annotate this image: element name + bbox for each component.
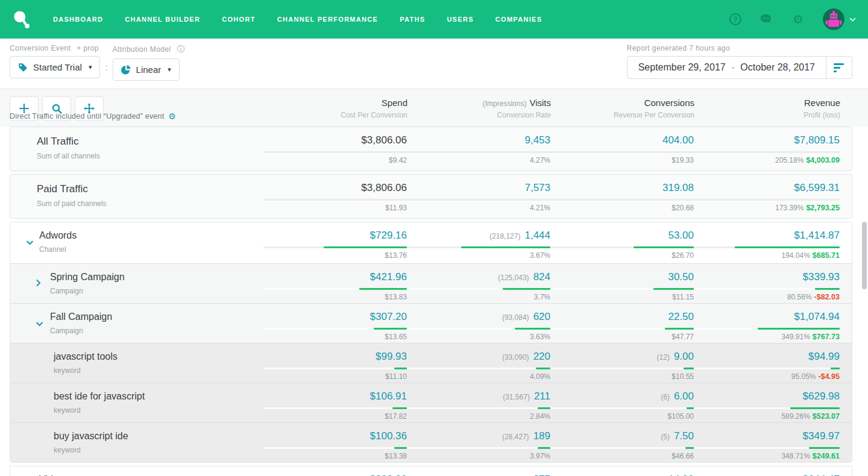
- metric-spend-value[interactable]: $3,806.06: [361, 134, 407, 146]
- metric-revenue-bar-fill: [790, 407, 840, 409]
- metric-visits-main: 9,453: [407, 134, 550, 149]
- attribution-model-dropdown[interactable]: Linear ▾: [113, 58, 180, 81]
- metric-spend-value[interactable]: $100.36: [370, 430, 407, 442]
- footnote-gear-icon[interactable]: ⚙: [168, 111, 176, 121]
- column-header-spend[interactable]: SpendCost Per Conversion: [264, 96, 407, 119]
- table-row[interactable]: Fall CampaignCampaign$307.20$13.65(93,08…: [10, 303, 852, 343]
- table-row[interactable]: VideoChannel$299.9037514.00$644.47: [10, 466, 852, 476]
- metric-spend-value[interactable]: $106.91: [370, 390, 407, 402]
- table-row[interactable]: buy javascript idekeyword$100.36$13.38(2…: [10, 422, 852, 462]
- table-row[interactable]: All TrafficSum of all channels$3,806.06$…: [10, 127, 852, 171]
- metric-revenue-percent: 348.71%: [781, 452, 810, 460]
- chevron-down-icon[interactable]: [849, 17, 856, 22]
- nav-item-companies[interactable]: COMPANIES: [495, 16, 542, 23]
- table-row[interactable]: Spring CampaignCampaign$421.96$13.83(125…: [10, 263, 852, 303]
- metric-visits-value[interactable]: 7,573: [524, 182, 550, 193]
- metric-visits-bar-fill: [538, 407, 550, 409]
- metric-spend-value[interactable]: $3,806.06: [361, 182, 407, 193]
- column-header-conversions[interactable]: ConversionsRevenue Per Conversion: [551, 96, 694, 119]
- table-row[interactable]: Paid TrafficSum of paid channels$3,806.0…: [10, 175, 852, 218]
- chevron-down-icon[interactable]: [26, 237, 34, 248]
- metric-spend-value[interactable]: $729.16: [370, 230, 407, 241]
- metric-revenue-profit: $4,003.09: [806, 156, 840, 164]
- scrollbar-thumb[interactable]: [862, 222, 867, 289]
- chevron-down-icon[interactable]: [36, 318, 43, 329]
- metric-visits-value[interactable]: 824: [533, 271, 550, 283]
- metric-spend-value[interactable]: $99.93: [376, 351, 407, 362]
- column-header-main: Revenue: [694, 98, 840, 108]
- metric-conversions-value[interactable]: 30.50: [668, 271, 694, 283]
- metric-spend-value[interactable]: $421.96: [370, 271, 407, 283]
- nav-item-users[interactable]: USERS: [447, 16, 473, 23]
- row-subtitle: Campaign: [50, 287, 263, 295]
- metric-revenue-value[interactable]: $1,414.87: [794, 230, 840, 241]
- metric-revenue-value[interactable]: $7,809.15: [794, 134, 840, 146]
- metric-conversions-prefix: (12): [657, 353, 670, 362]
- nav-item-channel-builder[interactable]: CHANNEL BUILDER: [125, 16, 200, 23]
- settings-icon[interactable]: ⚙: [791, 13, 805, 26]
- date-range-group: Report generated 7 hours ago September 2…: [627, 44, 852, 79]
- metric-revenue-value[interactable]: $339.93: [803, 271, 840, 283]
- metric-spend-sub: $13.65: [263, 333, 407, 341]
- conversion-event-dropdown[interactable]: Started Trial ▾: [10, 56, 100, 78]
- column-header-visits[interactable]: (Impressions)VisitsConversion Rate: [407, 96, 551, 119]
- table-row[interactable]: AdwordsChannel$729.16$13.76(218,127)1,44…: [10, 222, 852, 263]
- metric-revenue-value[interactable]: $6,599.31: [794, 182, 840, 193]
- metric-visits-value[interactable]: 375: [533, 474, 550, 476]
- info-icon[interactable]: ⓘ: [177, 44, 184, 55]
- metric-conversions-sub: $46.66: [550, 452, 694, 460]
- metric-conversions-value[interactable]: 319.08: [662, 182, 694, 193]
- metric-revenue-value[interactable]: $629.98: [803, 390, 840, 402]
- metric-conversions-value[interactable]: 9.00: [674, 351, 694, 362]
- chevron-right-icon[interactable]: [36, 278, 41, 289]
- add-prop-link[interactable]: + prop: [77, 44, 99, 52]
- table-row[interactable]: javascript toolskeyword$99.93$11.10(33,0…: [10, 343, 852, 383]
- metric-spend-bar-fill: [394, 447, 407, 449]
- logo-drop-large: [14, 11, 27, 25]
- metric-spend-bar: [263, 151, 407, 153]
- metric-revenue: $94.9995.05%-$4.95: [694, 343, 840, 383]
- filter-icon[interactable]: [826, 63, 852, 72]
- nav-item-paths[interactable]: PATHS: [400, 16, 425, 23]
- date-range-text[interactable]: September 29, 2017 - October 28, 2017: [627, 62, 826, 73]
- nav-item-channel-performance[interactable]: CHANNEL PERFORMANCE: [277, 16, 379, 23]
- metric-conversions-value[interactable]: 14.00: [668, 474, 694, 476]
- chat-icon[interactable]: [760, 13, 773, 26]
- avatar[interactable]: [823, 8, 844, 30]
- metric-visits-prefix: (218,127): [489, 232, 520, 240]
- metric-conversions-value[interactable]: 53.00: [668, 230, 694, 241]
- user-menu[interactable]: [823, 8, 856, 30]
- metric-visits-value[interactable]: 189: [533, 430, 550, 442]
- nav-item-cohort[interactable]: COHORT: [222, 16, 255, 23]
- row-subtitle: keyword: [54, 406, 263, 415]
- metric-visits-value[interactable]: 1,444: [524, 230, 550, 241]
- metric-conversions-value[interactable]: 6.00: [674, 390, 694, 402]
- attribution-model-label-text: Attribution Model: [113, 45, 171, 54]
- metric-conversions-sub: $105.00: [550, 412, 694, 421]
- metric-revenue-value[interactable]: $1,074.94: [794, 311, 840, 322]
- metric-revenue-value[interactable]: $94.99: [808, 351, 840, 362]
- metric-visits-value[interactable]: 9,453: [524, 134, 550, 146]
- metric-revenue-value[interactable]: $349.97: [803, 430, 840, 442]
- metric-conversions-value[interactable]: 7.50: [674, 430, 694, 442]
- help-icon[interactable]: ?: [729, 13, 742, 26]
- metric-visits-value[interactable]: 620: [533, 311, 550, 322]
- metric-conversions-value[interactable]: 22.50: [668, 311, 694, 322]
- metric-spend-value[interactable]: $299.90: [370, 474, 407, 476]
- date-range-picker[interactable]: September 29, 2017 - October 28, 2017: [627, 56, 852, 79]
- metric-revenue-main: $6,599.31: [694, 182, 840, 196]
- column-header-revenue[interactable]: RevenueProfit (loss): [694, 96, 840, 119]
- metric-revenue-value[interactable]: $644.47: [803, 474, 840, 476]
- table-row[interactable]: best ide for javascriptkeyword$106.91$17…: [10, 383, 852, 422]
- app-logo[interactable]: [12, 9, 33, 30]
- metric-spend-bar-fill: [359, 288, 407, 290]
- metric-visits-value[interactable]: 211: [534, 390, 550, 402]
- column-header-sub: Cost Per Conversion: [264, 111, 407, 119]
- metric-revenue: $339.9380.56%-$82.03: [694, 264, 840, 303]
- metric-conversions-value[interactable]: 404.00: [662, 134, 694, 146]
- metric-revenue-main: $1,074.94: [694, 311, 840, 325]
- nav-item-dashboard[interactable]: DASHBOARD: [53, 16, 103, 23]
- metric-spend-value[interactable]: $307.20: [370, 311, 407, 322]
- metric-visits-value[interactable]: 220: [533, 351, 550, 362]
- metric-visits-main: (125,043)824: [407, 271, 550, 286]
